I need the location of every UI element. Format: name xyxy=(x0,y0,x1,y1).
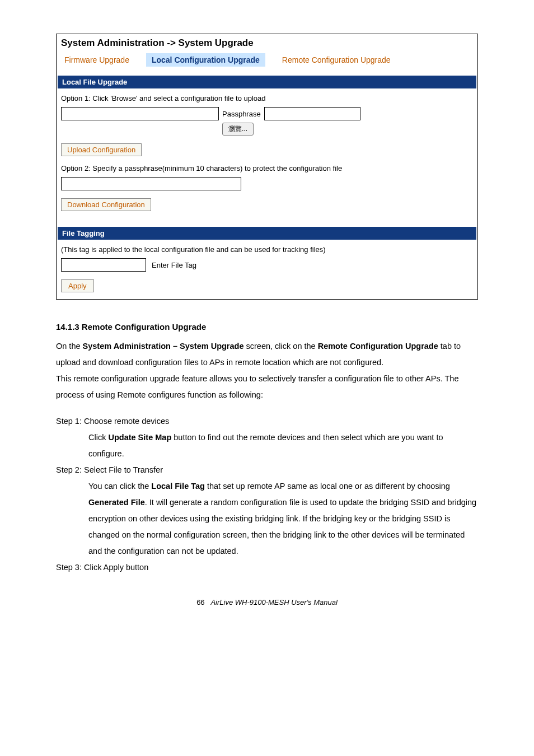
passphrase-label: Passphrase xyxy=(222,110,261,118)
file-tag-input[interactable] xyxy=(61,258,146,272)
file-tagging-desc: (This tag is applied to the local config… xyxy=(61,245,473,254)
section-file-tagging-body: (This tag is applied to the local config… xyxy=(57,240,477,299)
step2-body: You can click the Local File Tag that se… xyxy=(56,478,478,559)
upload-configuration-button[interactable]: Upload Configuration xyxy=(61,143,142,156)
tabs-row: Firmware Upgrade Local Configuration Upg… xyxy=(57,53,477,71)
option2-text: Option 2: Specify a passphrase(minimum 1… xyxy=(61,164,473,172)
tab-firmware[interactable]: Firmware Upgrade xyxy=(61,53,133,67)
manual-title: AirLive WH-9100-MESH User's Manual xyxy=(210,598,337,606)
passphrase-input[interactable] xyxy=(264,107,360,120)
option1-text: Option 1: Click 'Browse' and select a co… xyxy=(61,94,473,102)
section-local-file-upgrade-body: Option 1: Click 'Browse' and select a co… xyxy=(57,88,477,218)
tab-local-config[interactable]: Local Configuration Upgrade xyxy=(146,53,265,67)
panel-title: System Administration -> System Upgrade xyxy=(57,34,477,53)
enter-file-tag-label: Enter File Tag xyxy=(152,261,196,269)
page-footer: 66 AirLive WH-9100-MESH User's Manual xyxy=(56,598,478,606)
para-1: On the System Administration – System Up… xyxy=(56,338,478,371)
step1-body: Click Update Site Map button to find out… xyxy=(56,430,478,462)
step2-header: Step 2: Select File to Transfer xyxy=(56,462,478,478)
para-2: This remote configuration upgrade featur… xyxy=(56,371,478,403)
system-upgrade-panel: System Administration -> System Upgrade … xyxy=(56,34,478,300)
option2-passphrase-input[interactable] xyxy=(61,177,241,190)
step3-header: Step 3: Click Apply button xyxy=(56,559,478,576)
browse-button[interactable]: 瀏覽... xyxy=(222,123,254,136)
section-file-tagging-header: File Tagging xyxy=(58,227,476,240)
step1-header: Step 1: Choose remote devices xyxy=(56,413,478,430)
page-number: 66 xyxy=(196,598,204,606)
file-path-input[interactable] xyxy=(61,107,219,120)
section-local-file-upgrade-header: Local File Upgrade xyxy=(58,76,476,88)
tab-remote-config[interactable]: Remote Configuration Upgrade xyxy=(279,53,394,67)
section-heading: 14.1.3 Remote Configuration Upgrade xyxy=(56,322,478,332)
apply-button[interactable]: Apply xyxy=(61,279,94,292)
download-configuration-button[interactable]: Download Configuration xyxy=(61,198,151,211)
